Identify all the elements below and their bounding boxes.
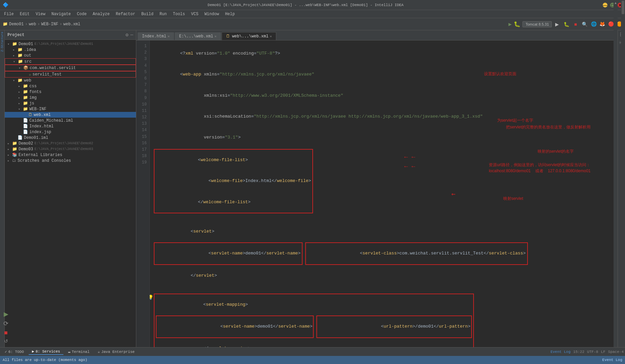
lightbulb-icon: 💡 — [150, 294, 153, 301]
tree-item-webxml[interactable]: 🗒 web.xml — [5, 112, 136, 118]
svc-reload-btn[interactable]: ↺ — [3, 338, 8, 344]
stop-button[interactable]: ■ — [573, 21, 578, 28]
tree-item-scratches[interactable]: ▸ 🗂 Scratches and Consoles — [5, 158, 136, 163]
tree-item-img[interactable]: ▸ 📁 img — [5, 95, 136, 100]
tree-item-com[interactable]: ▾ 📦 com.weichat.servlit — [5, 65, 136, 71]
tree-item-css[interactable]: ▸ 📁 css — [5, 83, 136, 89]
servlet-mapping-block: 💡 <servlet-mapping> <servlet-name>demo01… — [154, 293, 614, 356]
tab-webxml-w-label: web\...\web.xml — [232, 34, 268, 39]
toolbar: 📁 Demo01 › web › WEB-INF › web.xml ▶ 🐛 T… — [0, 18, 625, 30]
project-panel: Project ⚙ — ▾ 📁 Demo01 E:\JAVA_Project\J… — [5, 30, 136, 364]
tab-bar: Index.html ✕ E:\...\web.xml ✕ 🗒 web\...\… — [136, 30, 618, 40]
tree-item-demo02[interactable]: ▸ 📁 Demo02 E:\JAVA_Project\JAVAEE\Demo02 — [5, 141, 136, 146]
tree-item-demo01[interactable]: ▾ 📁 Demo01 E:\JAVA_Project\JAVAEE\Demo01 — [5, 41, 136, 47]
scroll-up-icon[interactable]: ▲ — [615, 1, 617, 5]
menu-tools[interactable]: Tools — [170, 11, 188, 17]
title-bar: 🔷 Demo01 [E:\JAVA_Project\JAVAEE\Demo01]… — [0, 0, 625, 10]
scrollbar-thumb[interactable] — [622, 1, 624, 14]
statusbar-right: Event Log — [602, 358, 622, 362]
enterprise-label: Java Enterprise — [101, 350, 135, 354]
tab-webxml-w-close[interactable]: ✕ — [270, 34, 272, 38]
tab-webxml-w[interactable]: 🗒 web\...\web.xml ✕ — [222, 32, 276, 40]
code-line-6: <welcome-file-list> — [156, 150, 311, 171]
btm-tab-enterprise[interactable]: ☕ Java Enterprise — [94, 349, 138, 355]
servlet-mapping-inner: <servlet-mapping> <servlet-name>demo01</… — [154, 294, 474, 356]
btm-tab-terminal[interactable]: ▬ Terminal — [65, 349, 93, 355]
event-log-link[interactable]: Event Log — [550, 350, 570, 354]
menu-help[interactable]: Help — [222, 11, 237, 17]
search-button[interactable]: 🔍 — [580, 21, 589, 28]
tree-item-extlibs[interactable]: ▸ 📚 External Libraries — [5, 152, 136, 158]
tab-webxml-e-close[interactable]: ✕ — [215, 34, 217, 38]
menu-bar: File Edit View Navigate Code Analyze Ref… — [0, 10, 625, 18]
todo-label: 6: TODO — [8, 350, 24, 354]
btm-tab-todo[interactable]: ✓ 6: TODO — [1, 349, 27, 355]
project-title: Project — [7, 33, 24, 37]
tree-item-idea[interactable]: ▸ 📁 .idea — [5, 47, 136, 53]
svc-debug-btn[interactable]: ⟳ — [3, 320, 8, 327]
tree-item-caiden[interactable]: 📄 Caiden_Micheal.iml — [5, 118, 136, 123]
structure-label[interactable]: Z-Structure — [0, 30, 5, 53]
statusbar-event-log[interactable]: Event Log — [602, 358, 622, 362]
menu-navigate[interactable]: Navigate — [49, 11, 74, 17]
bottom-linetype: LF — [601, 350, 605, 354]
bottom-space: Space·4 — [608, 350, 624, 354]
code-editor[interactable]: 12345 678910 1112131415 16171819 <?xml v… — [136, 40, 618, 356]
tab-indexhtml[interactable]: Index.html ✕ — [138, 32, 174, 40]
debug-button[interactable]: 🐛 — [562, 21, 571, 28]
breadcrumb-web[interactable]: web — [29, 22, 36, 27]
code-line-15: <servlet-mapping> — [156, 294, 472, 315]
menu-run[interactable]: Run — [157, 11, 170, 17]
bottom-position: 15:22 — [573, 350, 585, 354]
breadcrumb-sep2: › — [37, 22, 40, 27]
menu-vcs[interactable]: VCS — [189, 11, 201, 17]
code-line-7: <welcome-file>Index.html</welcome-file> — [156, 171, 311, 191]
output-scrollbar[interactable] — [621, 0, 625, 364]
tree-item-web[interactable]: ▾ 📁 web — [5, 78, 136, 83]
annotation-mapping: 映射servlet — [503, 195, 523, 202]
code-line-8: </welcome-file-list> — [156, 192, 311, 213]
menu-edit[interactable]: Edit — [17, 11, 32, 17]
tree-item-servlit-test[interactable]: ☕ servlit_Test — [5, 71, 136, 78]
welcome-file-list-block: <welcome-file-list> <welcome-file>Index.… — [154, 149, 313, 213]
browser-icons: 🌐 🦊 🔴 🟠 — [591, 21, 622, 27]
toolbar-project[interactable]: 📁 — [3, 22, 8, 27]
menu-code[interactable]: Code — [74, 11, 89, 17]
menu-refactor[interactable]: Refactor — [113, 11, 138, 17]
code-line-13: </servlet> — [154, 265, 614, 286]
menu-view[interactable]: View — [33, 11, 48, 17]
breadcrumb-webxml[interactable]: web.xml — [63, 22, 80, 27]
statusbar-message: All files are up-to-date (moments ago) — [3, 358, 87, 362]
tomcat-selector[interactable]: Tomcat 8.5.31 — [522, 21, 552, 27]
svc-play-btn[interactable]: ▶ — [3, 310, 8, 318]
app-icon: 🔷 — [3, 2, 8, 8]
tree-item-webinf[interactable]: ▾ 📁 WEB-INF — [5, 106, 136, 112]
menu-analyze[interactable]: Analyze — [90, 11, 112, 17]
tree-item-demo01iml[interactable]: 📄 Demo01.iml — [5, 135, 136, 141]
tree-item-indexhtml[interactable]: 📄 Index.html — [5, 123, 136, 129]
breadcrumb-webinf[interactable]: WEB-INF — [41, 22, 58, 27]
btm-tab-services[interactable]: ▶ 8: Services — [29, 348, 63, 355]
menu-window[interactable]: Window — [202, 11, 222, 17]
terminal-label: Terminal — [72, 350, 90, 354]
minimize-button[interactable]: — — [603, 3, 607, 7]
tree-item-demo03[interactable]: ▸ 📁 Demo03 E:\JAVA_Project\JAVAEE\Demo03 — [5, 146, 136, 152]
run-button[interactable]: ▶ — [554, 21, 560, 28]
tab-webxml-e[interactable]: E:\...\web.xml ✕ — [175, 32, 221, 40]
project-settings-icon[interactable]: ⚙ — [125, 32, 128, 38]
tree-item-js[interactable]: ▸ 📁 js — [5, 100, 136, 106]
tree-item-indexjsp[interactable]: 📄 index.jsp — [5, 129, 136, 135]
code-line-10: <servlet> — [154, 221, 614, 242]
tab-webxml-e-label: E:\...\web.xml — [179, 34, 213, 39]
tab-indexhtml-close[interactable]: ✕ — [168, 34, 170, 38]
project-close-icon[interactable]: — — [131, 32, 133, 38]
tree-item-src[interactable]: ▾ 📁 src — [5, 58, 136, 65]
code-content[interactable]: <?xml version="1.0" encoding="UTF-8"?> <… — [150, 40, 618, 356]
tree-item-fonts[interactable]: ▸ 📁 fonts — [5, 89, 136, 95]
code-line-17: <url-pattern>/demo01</url-pattern> — [318, 316, 471, 337]
menu-build[interactable]: Build — [139, 11, 156, 17]
tree-item-out[interactable]: ▸ 📁 out — [5, 53, 136, 58]
code-line-14 — [154, 286, 614, 293]
svc-stop-btn[interactable]: ■ — [3, 329, 8, 336]
menu-file[interactable]: File — [1, 11, 17, 17]
